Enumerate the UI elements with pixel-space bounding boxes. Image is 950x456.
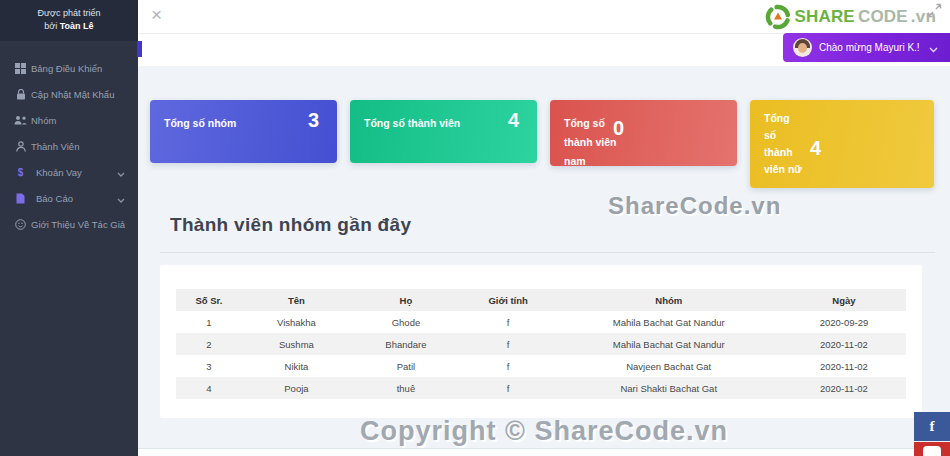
stat-cards-row: Tổng số nhóm 3 Tổng số thành viên 4 Tổng…	[150, 100, 934, 188]
cell-gioitinh: f	[461, 355, 556, 377]
sidebar-item-update-password[interactable]: Cập Nhật Mật Khẩu	[0, 81, 138, 107]
sidebar-item-members[interactable]: Thành Viên	[0, 133, 138, 159]
sidebar-item-about-author[interactable]: Giới Thiệu Về Tác Giả	[0, 211, 138, 237]
col-header-nhom: Nhóm	[556, 289, 782, 311]
cell-ngay: 2020-11-02	[782, 377, 906, 399]
stat-card-total-members[interactable]: Tổng số thành viên 4	[350, 100, 537, 163]
sharecode-logo: SHARECODE.vn	[765, 4, 936, 30]
topbar: × SHARECODE.vn Chào mừng Mayuri K.!	[138, 0, 950, 66]
stat-label: Tổng số nhóm	[164, 114, 236, 133]
cell-ten: Nikita	[242, 355, 352, 377]
sharecode-logo-icon	[765, 4, 791, 30]
watermark-copyright: Copyright © ShareCode.vn	[138, 416, 950, 447]
youtube-icon	[923, 446, 941, 456]
sidebar-item-groups[interactable]: Nhóm	[0, 107, 138, 133]
table-row[interactable]: 1 Vishakha Ghode f Mahila Bachat Gat Nan…	[176, 311, 906, 333]
sidebar-item-label: Báo Cáo	[36, 193, 73, 204]
cell-sr: 1	[176, 311, 242, 333]
table-row[interactable]: 4 Pooja thuê f Nari Shakti Bachat Gat 20…	[176, 377, 906, 399]
cell-ho: Bhandare	[351, 333, 461, 355]
cell-sr: 4	[176, 377, 242, 399]
col-header-ngay: Ngày	[782, 289, 906, 311]
stat-value: 3	[308, 109, 319, 132]
active-nav-indicator	[137, 41, 142, 57]
col-header-ten: Tên	[242, 289, 352, 311]
cell-ten: Sushma	[242, 333, 352, 355]
lock-icon	[13, 89, 28, 100]
cell-gioitinh: f	[461, 333, 556, 355]
dev-note-author: Toàn Lê	[60, 21, 94, 31]
main-content: Tổng số nhóm 3 Tổng số thành viên 4 Tổng…	[138, 66, 950, 456]
cell-sr: 3	[176, 355, 242, 377]
chevron-down-icon	[929, 39, 938, 57]
stat-value: 0	[613, 117, 624, 140]
section-title-recent-members: Thành viên nhóm gần đây	[170, 214, 411, 236]
sidebar-item-label: Khoản Vay	[36, 167, 82, 178]
sidebar-item-label: Bảng Điều Khiển	[31, 63, 102, 74]
section-divider	[160, 252, 935, 253]
cell-ngay: 2020-09-29	[782, 311, 906, 333]
table-row[interactable]: 3 Nikita Patil f Navjeen Bachat Gat 2020…	[176, 355, 906, 377]
cell-sr: 2	[176, 333, 242, 355]
user-avatar	[793, 38, 812, 57]
brand-code-text: CODE	[858, 7, 908, 27]
sidebar-item-label: Thành Viên	[31, 141, 79, 152]
expand-resize-icon[interactable]	[927, 3, 942, 22]
cell-ngay: 2020-11-02	[782, 355, 906, 377]
chevron-down-icon	[117, 194, 125, 205]
smiley-icon	[13, 219, 28, 230]
sidebar-toggle-close-icon[interactable]: ×	[151, 5, 162, 24]
cell-ho: Patil	[351, 355, 461, 377]
sidebar: Được phát triển bởi Toàn Lê Bảng Điều Kh…	[0, 0, 138, 456]
stat-card-male-members[interactable]: Tổng số thành viên nam 0	[550, 100, 737, 166]
stat-value: 4	[810, 137, 821, 160]
report-file-icon	[13, 193, 28, 204]
member-icon	[13, 141, 28, 152]
user-greeting-label: Chào mừng Mayuri K.!	[819, 42, 920, 53]
sidebar-item-loans[interactable]: $ Khoản Vay	[0, 159, 138, 185]
watermark-sharecode: ShareCode.vn	[608, 192, 781, 220]
sidebar-dev-note: Được phát triển bởi Toàn Lê	[0, 0, 138, 41]
cell-nhom: Navjeen Bachat Gat	[556, 355, 782, 377]
dollar-icon: $	[13, 167, 28, 178]
col-header-ho: Họ	[351, 289, 461, 311]
cell-gioitinh: f	[461, 377, 556, 399]
chevron-down-icon	[117, 168, 125, 179]
stat-label: Tổng số thành viên	[364, 114, 460, 133]
dev-note-line1: Được phát triển	[38, 8, 101, 18]
table-row[interactable]: 2 Sushma Bhandare f Mahila Bachat Gat Na…	[176, 333, 906, 355]
cell-nhom: Mahila Bachat Gat Nandur	[556, 311, 782, 333]
stat-value: 4	[508, 109, 519, 132]
cell-ho: Ghode	[351, 311, 461, 333]
cell-ten: Pooja	[242, 377, 352, 399]
cell-nhom: Mahila Bachat Gat Nandur	[556, 333, 782, 355]
user-menu-button[interactable]: Chào mừng Mayuri K.!	[783, 33, 950, 62]
facebook-button[interactable]: f	[914, 412, 950, 441]
recent-members-table: Số Sr. Tên Họ Giới tính Nhóm Ngày 1 Vish…	[176, 289, 906, 399]
facebook-icon: f	[930, 418, 935, 435]
footer-strip	[138, 448, 950, 456]
group-icon	[13, 115, 28, 126]
col-header-sr: Số Sr.	[176, 289, 242, 311]
cell-gioitinh: f	[461, 311, 556, 333]
sidebar-item-label: Giới Thiệu Về Tác Giả	[31, 219, 125, 230]
stat-label: Tổng số thành viên nữ	[764, 110, 802, 178]
sidebar-item-label: Cập Nhật Mật Khẩu	[31, 89, 114, 100]
stat-card-female-members[interactable]: Tổng số thành viên nữ 4	[750, 100, 934, 188]
dev-note-boi: bởi	[44, 21, 59, 31]
recent-members-table-card: Số Sr. Tên Họ Giới tính Nhóm Ngày 1 Vish…	[160, 265, 922, 418]
dashboard-grid-icon	[13, 63, 28, 74]
sidebar-nav: Bảng Điều Khiển Cập Nhật Mật Khẩu Nhóm T…	[0, 55, 138, 237]
stat-card-total-groups[interactable]: Tổng số nhóm 3	[150, 100, 337, 163]
sidebar-item-reports[interactable]: Báo Cáo	[0, 185, 138, 211]
cell-nhom: Nari Shakti Bachat Gat	[556, 377, 782, 399]
cell-ho: thuê	[351, 377, 461, 399]
table-header-row: Số Sr. Tên Họ Giới tính Nhóm Ngày	[176, 289, 906, 311]
sidebar-item-label: Nhóm	[31, 115, 56, 126]
youtube-button[interactable]	[914, 442, 950, 456]
cell-ngay: 2020-11-02	[782, 333, 906, 355]
dashboard-page: Được phát triển bởi Toàn Lê Bảng Điều Kh…	[0, 0, 950, 456]
col-header-gioitinh: Giới tính	[461, 289, 556, 311]
sidebar-item-dashboard[interactable]: Bảng Điều Khiển	[0, 55, 138, 81]
brand-share-text: SHARE	[794, 7, 855, 27]
